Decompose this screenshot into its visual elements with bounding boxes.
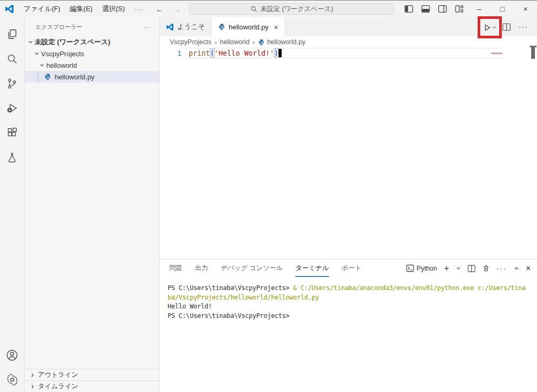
title-bar: ファイル(F) 編集(E) 選択(S) ··· ← → 未設定 (ワークスペース…: [0, 1, 537, 17]
explorer-sidebar: エクスプローラー ··· 未設定 (ワークスペース) VscpyProjects…: [25, 17, 159, 392]
run-python-file-icon[interactable]: [483, 24, 491, 32]
activity-bar: [0, 17, 25, 392]
tree-item-label: 未設定 (ワークスペース): [35, 37, 110, 47]
tree-item-folder-vscpyprojects[interactable]: VscpyProjects: [25, 48, 159, 59]
panel-tab-debug-console[interactable]: デバッグ コンソール: [221, 260, 283, 277]
tab-welcome[interactable]: ようこそ: [160, 17, 212, 36]
token-function: print: [189, 49, 210, 57]
window-maximize-button[interactable]: □: [491, 1, 514, 17]
panel-header: 問題 出力 デバッグ コンソール ターミナル ポート Python +: [160, 260, 537, 277]
panel-tab-terminal[interactable]: ターミナル: [295, 260, 329, 277]
editor-more-actions-icon[interactable]: ···: [518, 23, 529, 31]
terminal-prompt: PS C:\Users\tinaba\VscpyProjects>: [168, 284, 293, 292]
kill-terminal-trash-icon[interactable]: [482, 264, 490, 272]
breadcrumb-file-label: helloworld.py: [267, 38, 305, 46]
terminal-prompt: PS C:\Users\tinaba\VscpyProjects>: [168, 312, 290, 319]
search-view-icon[interactable]: [0, 46, 24, 71]
panel-tab-output[interactable]: 出力: [195, 260, 208, 277]
menu-file[interactable]: ファイル(F): [19, 1, 65, 17]
chevron-right-icon: [30, 384, 35, 389]
tab-helloworld-py[interactable]: helloworld.py ×: [212, 17, 285, 36]
terminal-line: ba/VscpyProjects/helloworld/helloworld.p…: [168, 293, 535, 303]
terminal-line: PS C:\Users\tinaba\VscpyProjects>: [168, 312, 535, 321]
tree-item-label: helloworld.py: [55, 73, 95, 81]
vscode-window: ファイル(F) 編集(E) 選択(S) ··· ← → 未設定 (ワークスペース…: [0, 0, 537, 392]
chevron-down-icon: [39, 63, 45, 68]
terminal-profile[interactable]: Python: [406, 264, 437, 272]
sidebar-header: エクスプローラー ···: [25, 17, 159, 36]
python-file-icon: [258, 39, 265, 46]
command-center-search[interactable]: 未設定 (ワークスペース): [189, 3, 394, 15]
breadcrumb-separator: ›: [214, 38, 216, 46]
menu-overflow-button[interactable]: ···: [130, 5, 149, 13]
vscode-logo-icon: [166, 23, 174, 31]
tab-label: ようこそ: [177, 22, 205, 32]
sidebar-more-actions-button[interactable]: ···: [143, 23, 152, 31]
new-terminal-icon[interactable]: +: [444, 264, 449, 273]
menu-edit[interactable]: 編集(E): [65, 1, 97, 17]
terminal-profile-label: Python: [417, 265, 437, 272]
menu-selection[interactable]: 選択(S): [97, 1, 129, 17]
breadcrumb-separator: ›: [253, 38, 255, 46]
tab-close-icon[interactable]: ×: [274, 23, 278, 32]
toggle-secondary-sidebar-icon[interactable]: [434, 1, 451, 17]
window-close-button[interactable]: ×: [514, 1, 537, 17]
panel-tab-problems[interactable]: 問題: [169, 260, 182, 277]
terminal-icon: [406, 264, 414, 272]
toggle-sidebar-icon[interactable]: [400, 1, 417, 17]
file-tree: 未設定 (ワークスペース) VscpyProjects helloworld h…: [25, 36, 159, 82]
close-panel-icon[interactable]: ×: [526, 264, 531, 273]
explorer-icon[interactable]: [0, 22, 24, 46]
chevron-right-icon: [30, 373, 35, 378]
tree-item-label: helloworld: [46, 61, 77, 69]
vscode-logo-icon: [0, 4, 19, 14]
terminal-output[interactable]: PS C:\Users\tinaba\VscpyProjects> & C:/U…: [160, 277, 537, 392]
breadcrumb-item-file[interactable]: helloworld.py: [258, 38, 305, 46]
settings-gear-icon[interactable]: [0, 367, 24, 392]
source-control-icon[interactable]: [0, 71, 24, 96]
bottom-panel: 問題 出力 デバッグ コンソール ターミナル ポート Python +: [160, 259, 537, 392]
code-editor[interactable]: 1 print('Hello World!'): [160, 48, 537, 259]
toggle-panel-icon[interactable]: [417, 1, 434, 17]
tree-item-file-helloworld-py[interactable]: helloworld.py: [25, 71, 159, 82]
split-terminal-icon[interactable]: [468, 265, 476, 272]
nav-back-icon[interactable]: ←: [154, 5, 164, 14]
tree-item-workspace-root[interactable]: 未設定 (ワークスペース): [25, 36, 159, 48]
terminal-command: ba/VscpyProjects/helloworld/helloworld.p…: [168, 294, 319, 301]
outline-section-header[interactable]: アウトライン: [25, 369, 159, 380]
run-dropdown-chevron-icon[interactable]: [492, 25, 497, 29]
terminal-output-text: Hello World!: [168, 303, 212, 310]
token-string: 'Hello World!': [214, 49, 274, 57]
search-icon: [251, 6, 257, 13]
titlebar-center: ← → 未設定 (ワークスペース): [149, 3, 400, 15]
run-debug-icon[interactable]: [0, 96, 24, 120]
tree-item-folder-helloworld[interactable]: helloworld: [25, 59, 159, 71]
line-number: 1: [160, 48, 181, 58]
panel-tab-ports[interactable]: ポート: [342, 260, 362, 277]
timeline-section-header[interactable]: タイムライン: [25, 380, 159, 392]
section-label: タイムライン: [38, 382, 78, 391]
code-line-1[interactable]: print('Hello World!'): [185, 48, 502, 58]
customize-layout-icon[interactable]: [451, 1, 468, 17]
python-file-icon: [218, 23, 225, 30]
account-icon[interactable]: [0, 343, 24, 367]
terminal-line: Hello World!: [168, 302, 535, 312]
indent-guide: [38, 71, 38, 82]
extensions-icon[interactable]: [0, 120, 24, 145]
scrollbar-thumb[interactable]: [531, 47, 535, 59]
minimap[interactable]: [491, 53, 502, 54]
breadcrumb-item[interactable]: helloworld: [220, 38, 250, 46]
tab-label: helloworld.py: [229, 23, 268, 31]
run-button-highlight-box: [478, 16, 502, 38]
panel-more-actions-icon[interactable]: ···: [497, 264, 507, 273]
window-minimize-button[interactable]: –: [468, 1, 491, 17]
split-editor-icon[interactable]: [502, 23, 511, 31]
breadcrumb-item[interactable]: VscpyProjects: [170, 38, 211, 46]
python-file-icon: [44, 73, 51, 80]
maximize-panel-chevron-up-icon[interactable]: [514, 266, 519, 271]
titlebar-right: – □ ×: [400, 1, 537, 17]
testing-icon[interactable]: [0, 145, 24, 170]
workbench-body: エクスプローラー ··· 未設定 (ワークスペース) VscpyProjects…: [0, 17, 537, 392]
terminal-launch-chevron-icon[interactable]: [456, 266, 461, 271]
panel-actions: Python + ··· ×: [406, 264, 531, 273]
